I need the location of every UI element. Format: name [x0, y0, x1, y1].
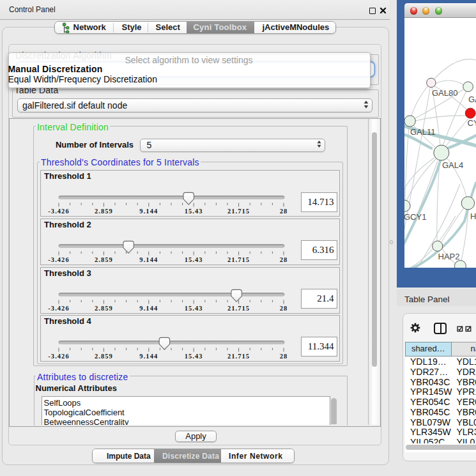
svg-text:H: H [470, 211, 476, 220]
svg-text:GA: GA [468, 94, 476, 104]
svg-text:GAL11: GAL11 [410, 127, 436, 137]
svg-text:28: 28 [279, 352, 288, 359]
svg-text:9.144: 9.144 [139, 304, 158, 311]
svg-text:9.144: 9.144 [139, 208, 158, 215]
svg-text:-3.426: -3.426 [48, 208, 69, 215]
svg-text:21.715: 21.715 [227, 208, 250, 215]
svg-text:GCY1: GCY1 [404, 212, 426, 222]
svg-text:2.859: 2.859 [94, 304, 112, 311]
svg-text:9.144: 9.144 [139, 352, 158, 359]
svg-text:CY: CY [468, 118, 476, 128]
svg-text:2.859: 2.859 [94, 352, 112, 359]
svg-text:15.43: 15.43 [184, 256, 203, 263]
svg-text:21.715: 21.715 [227, 352, 250, 359]
svg-text:2.859: 2.859 [94, 256, 112, 263]
svg-text:-3.426: -3.426 [48, 256, 69, 263]
svg-text:15.43: 15.43 [184, 208, 203, 215]
svg-text:21.715: 21.715 [227, 304, 250, 311]
svg-text:21.715: 21.715 [227, 256, 250, 263]
svg-text:9.144: 9.144 [139, 256, 158, 263]
svg-text:28: 28 [279, 304, 288, 311]
svg-text:HAP2: HAP2 [438, 252, 460, 261]
svg-text:15.43: 15.43 [184, 304, 203, 311]
svg-text:28: 28 [279, 208, 288, 215]
svg-text:GAL80: GAL80 [432, 88, 457, 98]
svg-text:GAL4: GAL4 [442, 160, 463, 169]
svg-text:-3.426: -3.426 [48, 352, 69, 359]
svg-text:15.43: 15.43 [184, 352, 203, 359]
svg-text:28: 28 [279, 256, 288, 263]
svg-text:-3.426: -3.426 [48, 304, 69, 311]
svg-text:2.859: 2.859 [94, 208, 112, 215]
